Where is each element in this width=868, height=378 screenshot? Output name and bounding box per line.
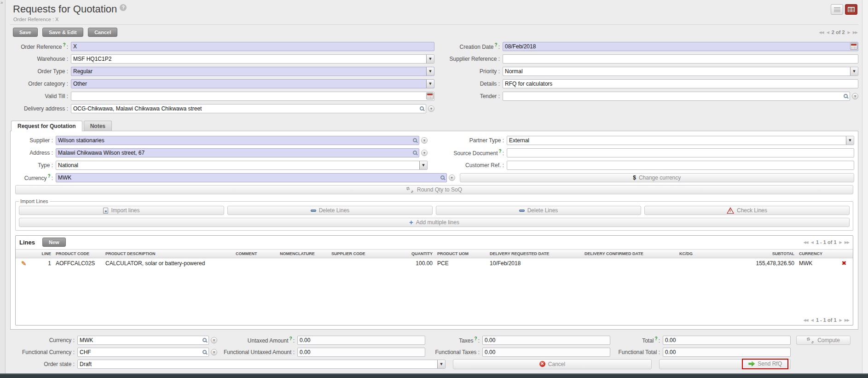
open-record-icon[interactable]: ▼ xyxy=(211,349,217,355)
order-type-select[interactable]: Regular▼ xyxy=(71,67,434,76)
lines-header-row: LINE PRODUCT CODE PRODUCT DESCRIPTION CO… xyxy=(16,250,853,258)
change-currency-button[interactable]: $ Change currency xyxy=(460,173,855,182)
check-lines-button[interactable]: !Check Lines xyxy=(644,206,850,215)
tab-request-for-quotation[interactable]: Request for Quotation xyxy=(11,121,82,131)
lines-list: Lines New ◀◀ ◀ 1 - 1 of 1 ▶ ▶▶ xyxy=(15,235,853,326)
open-record-icon[interactable]: ▼ xyxy=(421,137,428,144)
green-arrow-icon xyxy=(748,361,755,366)
order-category-select[interactable]: Other▼ xyxy=(71,79,434,88)
col-currency: CURRENCY xyxy=(797,250,835,258)
pager-next-button[interactable]: ▶ xyxy=(848,30,850,35)
form-view-button[interactable] xyxy=(845,4,857,15)
compute-button[interactable]: Compute xyxy=(796,336,851,345)
pager-first-button[interactable]: ◀◀ xyxy=(803,318,808,322)
warehouse-select[interactable]: MSF HQ1C1P2▼ xyxy=(71,54,434,64)
pager-next-button[interactable]: ▶ xyxy=(839,240,842,244)
delivery-address-label: Delivery address : xyxy=(10,105,68,112)
col-delivery-confirmed-date: DELIVERY CONFIRMED DATE xyxy=(582,250,677,258)
search-icon[interactable] xyxy=(413,151,417,155)
search-icon[interactable] xyxy=(844,94,848,98)
priority-select[interactable]: Normal▼ xyxy=(503,67,858,76)
address-input[interactable]: Malawi Chikwawa Wilson street, 67 xyxy=(56,148,419,157)
pager-prev-button[interactable]: ◀ xyxy=(827,30,829,35)
pager-last-button[interactable]: ▶▶ xyxy=(853,30,857,35)
save-button[interactable]: Save xyxy=(13,28,38,37)
sidebar-expander-icon[interactable]: » xyxy=(0,0,5,5)
lines-title: Lines xyxy=(19,239,35,246)
search-icon[interactable] xyxy=(420,106,424,110)
summary-currency-input[interactable]: MWK xyxy=(77,336,209,345)
supplier-reference-input[interactable] xyxy=(503,54,858,64)
table-row[interactable]: ✎ 1 AOFFCALC02S CALCULATOR, solar or bat… xyxy=(16,258,853,268)
save-edit-button[interactable]: Save & Edit xyxy=(42,28,83,37)
dropdown-icon[interactable]: ▼ xyxy=(426,55,434,63)
open-record-icon[interactable]: ▼ xyxy=(421,150,428,156)
new-line-button[interactable]: New xyxy=(42,238,66,247)
functional-currency-input[interactable]: CHF xyxy=(77,348,209,357)
edit-pencil-icon[interactable]: ✎ xyxy=(21,260,26,267)
pager-next-button[interactable]: ▶ xyxy=(839,318,842,322)
cancel-edit-button[interactable]: Cancel xyxy=(88,28,117,37)
form-view-icon xyxy=(848,7,855,12)
delete-lines-button-1[interactable]: Delete Lines xyxy=(227,206,433,215)
search-icon[interactable] xyxy=(413,138,417,142)
cell-quantity: 100.00 xyxy=(396,258,435,268)
functional-untaxed-field: 0.00 xyxy=(297,348,425,357)
vertical-scrollbar[interactable] xyxy=(862,0,868,373)
pager-first-button[interactable]: ◀◀ xyxy=(803,240,808,244)
valid-till-input[interactable] xyxy=(71,92,434,101)
calendar-icon[interactable] xyxy=(426,93,434,99)
search-icon[interactable] xyxy=(203,338,207,342)
send-rfq-button[interactable]: Send RfQ xyxy=(659,359,791,369)
tender-input[interactable] xyxy=(503,92,850,101)
order-state-select[interactable]: Draft▼ xyxy=(77,360,446,369)
creation-date-input[interactable]: 08/Feb/2018 xyxy=(503,42,858,51)
order-type-label: Order Type : xyxy=(10,68,68,75)
status-bar xyxy=(0,373,868,378)
dropdown-icon[interactable]: ▼ xyxy=(846,136,854,145)
import-file-icon xyxy=(103,208,108,214)
list-view-button[interactable] xyxy=(831,4,843,15)
tab-notes[interactable]: Notes xyxy=(84,121,112,131)
functional-total-field: 0.00 xyxy=(663,348,791,357)
add-multiple-lines-button[interactable]: +Add multiple lines xyxy=(19,218,850,227)
partner-type-select[interactable]: External▼ xyxy=(507,136,854,145)
delete-line-icon[interactable]: ✖ xyxy=(842,260,847,267)
pager-first-button[interactable]: ◀◀ xyxy=(819,30,823,35)
pager-prev-button[interactable]: ◀ xyxy=(811,240,813,244)
open-record-icon[interactable]: ▼ xyxy=(449,174,455,181)
dropdown-icon[interactable]: ▼ xyxy=(437,360,445,368)
partner-type-label: Partner Type : xyxy=(451,137,504,144)
help-icon: ? xyxy=(48,174,51,179)
customer-ref-input[interactable] xyxy=(507,161,854,170)
customer-ref-label: Customer Ref. : xyxy=(451,162,504,169)
search-icon[interactable] xyxy=(440,175,445,180)
supplier-input[interactable]: Wilson stationaries xyxy=(56,136,419,145)
pager-last-button[interactable]: ▶▶ xyxy=(845,240,849,244)
dropdown-icon[interactable]: ▼ xyxy=(419,161,427,169)
details-input[interactable]: RFQ for calculators xyxy=(503,79,858,88)
order-reference-input[interactable]: X xyxy=(71,42,434,51)
pager-prev-button[interactable]: ◀ xyxy=(811,318,813,322)
gears-icon xyxy=(807,337,815,343)
help-icon: ? xyxy=(289,336,292,341)
delivery-address-input[interactable]: OCG-Chikwawa, Malawi Chikwawa Chikwawa s… xyxy=(71,104,426,113)
dropdown-icon[interactable]: ▼ xyxy=(426,80,434,88)
search-icon[interactable] xyxy=(203,350,207,354)
dropdown-icon[interactable]: ▼ xyxy=(426,67,434,76)
open-record-icon[interactable]: ▼ xyxy=(211,337,217,343)
calendar-icon[interactable] xyxy=(850,43,857,50)
source-document-input[interactable] xyxy=(507,148,854,157)
round-qty-to-soq-button[interactable]: Round Qty to SoQ xyxy=(15,185,853,194)
open-record-icon[interactable]: ▼ xyxy=(852,93,858,99)
lines-pager-top: ◀◀ ◀ 1 - 1 of 1 ▶ ▶▶ xyxy=(803,239,849,245)
type-select[interactable]: National▼ xyxy=(56,161,428,170)
delete-lines-button-2[interactable]: Delete Lines xyxy=(436,206,641,215)
cancel-workflow-button[interactable]: ✕Cancel xyxy=(453,359,652,369)
open-record-icon[interactable]: ▼ xyxy=(428,105,434,112)
dropdown-icon[interactable]: ▼ xyxy=(850,67,858,76)
pager-last-button[interactable]: ▶▶ xyxy=(845,318,849,322)
currency-input[interactable]: MWK xyxy=(56,173,447,182)
import-lines-button[interactable]: Import lines xyxy=(19,206,224,215)
view-switcher xyxy=(831,4,857,15)
